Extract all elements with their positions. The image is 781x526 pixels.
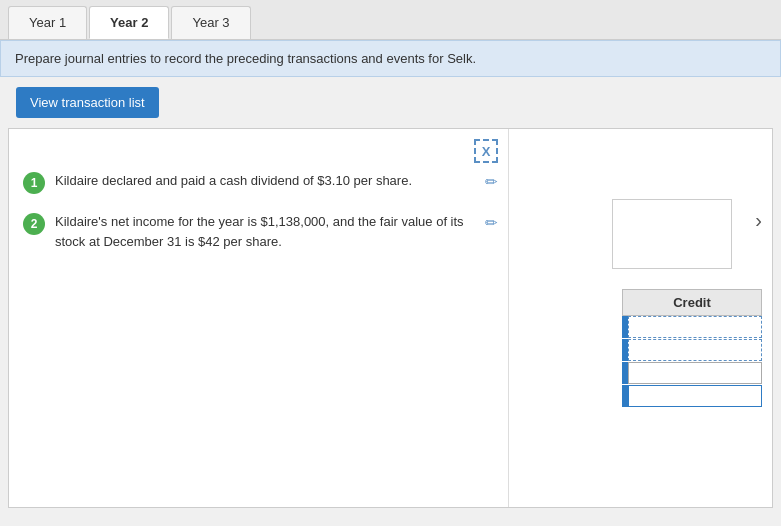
tab-year3[interactable]: Year 3 bbox=[171, 6, 250, 39]
close-button[interactable]: X bbox=[474, 139, 498, 163]
credit-row-1 bbox=[622, 316, 762, 338]
credit-input-2[interactable] bbox=[628, 339, 762, 361]
info-bar: Prepare journal entries to record the pr… bbox=[0, 40, 781, 77]
view-transaction-button[interactable]: View transaction list bbox=[16, 87, 159, 118]
credit-row-4 bbox=[622, 385, 762, 407]
credit-table: Credit bbox=[622, 289, 762, 408]
credit-header: Credit bbox=[622, 289, 762, 316]
preview-box bbox=[612, 199, 732, 269]
credit-row-2 bbox=[622, 339, 762, 361]
credit-row-3 bbox=[622, 362, 762, 384]
tabs-bar: Year 1 Year 2 Year 3 bbox=[0, 0, 781, 40]
edit-icon-1[interactable]: ✏ bbox=[485, 173, 498, 191]
chevron-right-button[interactable]: › bbox=[755, 209, 762, 232]
tab-year1[interactable]: Year 1 bbox=[8, 6, 87, 39]
transaction-text-2: Kildaire's net income for the year is $1… bbox=[55, 212, 475, 251]
transaction-item-2: 2 Kildaire's net income for the year is … bbox=[19, 212, 498, 251]
tab-year2[interactable]: Year 2 bbox=[89, 6, 169, 39]
transaction-number-2: 2 bbox=[23, 213, 45, 235]
info-bar-text: Prepare journal entries to record the pr… bbox=[15, 51, 476, 66]
left-panel: X 1 Kildaire declared and paid a cash di… bbox=[9, 129, 509, 507]
transaction-item-1: 1 Kildaire declared and paid a cash divi… bbox=[19, 171, 498, 194]
right-panel: › Credit bbox=[509, 129, 772, 507]
main-area: X 1 Kildaire declared and paid a cash di… bbox=[8, 128, 773, 508]
credit-input-3[interactable] bbox=[628, 362, 762, 384]
credit-input-1[interactable] bbox=[628, 316, 762, 338]
transaction-text-1: Kildaire declared and paid a cash divide… bbox=[55, 171, 475, 191]
edit-icon-2[interactable]: ✏ bbox=[485, 214, 498, 232]
credit-input-4[interactable] bbox=[628, 385, 762, 407]
close-icon: X bbox=[482, 144, 491, 159]
transaction-number-1: 1 bbox=[23, 172, 45, 194]
close-area: X bbox=[19, 139, 498, 163]
